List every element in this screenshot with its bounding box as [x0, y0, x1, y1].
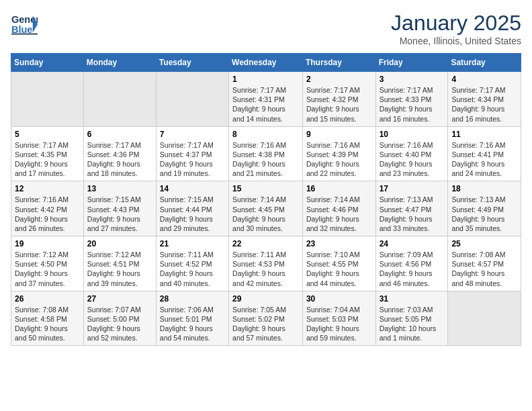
day-info: Sunrise: 7:16 AMSunset: 4:39 PMDaylight:… — [306, 140, 372, 179]
day-cell: 4Sunrise: 7:17 AMSunset: 4:34 PMDaylight… — [448, 72, 521, 127]
day-info: Sunrise: 7:05 AMSunset: 5:02 PMDaylight:… — [232, 305, 299, 343]
day-info: Sunrise: 7:08 AMSunset: 4:58 PMDaylight:… — [15, 305, 80, 343]
day-info: Sunrise: 7:17 AMSunset: 4:31 PMDaylight:… — [232, 85, 299, 124]
day-cell: 20Sunrise: 7:12 AMSunset: 4:51 PMDayligh… — [83, 236, 156, 291]
day-info: Sunrise: 7:11 AMSunset: 4:53 PMDaylight:… — [232, 250, 299, 288]
day-cell: 11Sunrise: 7:16 AMSunset: 4:41 PMDayligh… — [448, 126, 521, 181]
day-cell: 7Sunrise: 7:17 AMSunset: 4:37 PMDaylight… — [156, 126, 228, 181]
day-number: 17 — [380, 184, 445, 193]
day-info: Sunrise: 7:16 AMSunset: 4:41 PMDaylight:… — [451, 140, 517, 179]
day-info: Sunrise: 7:03 AMSunset: 5:05 PMDaylight:… — [380, 305, 445, 343]
day-info: Sunrise: 7:10 AMSunset: 4:55 PMDaylight:… — [306, 250, 372, 288]
day-info: Sunrise: 7:07 AMSunset: 5:00 PMDaylight:… — [87, 305, 152, 343]
day-number: 16 — [306, 184, 372, 193]
day-number: 28 — [160, 294, 225, 304]
day-number: 5 — [15, 130, 80, 139]
logo: General Blue — [11, 11, 39, 40]
day-cell: 29Sunrise: 7:05 AMSunset: 5:02 PMDayligh… — [229, 291, 303, 346]
day-number: 1 — [232, 75, 299, 84]
svg-text:Blue: Blue — [11, 24, 33, 35]
col-header-tuesday: Tuesday — [156, 54, 228, 72]
day-info: Sunrise: 7:17 AMSunset: 4:34 PMDaylight:… — [451, 85, 517, 124]
calendar-table: SundayMondayTuesdayWednesdayThursdayFrid… — [11, 53, 521, 346]
day-cell: 19Sunrise: 7:12 AMSunset: 4:50 PMDayligh… — [11, 236, 84, 291]
day-cell: 2Sunrise: 7:17 AMSunset: 4:32 PMDaylight… — [302, 72, 375, 127]
month-title: January 2025 — [391, 11, 521, 36]
day-info: Sunrise: 7:17 AMSunset: 4:36 PMDaylight:… — [87, 140, 152, 179]
day-cell: 8Sunrise: 7:16 AMSunset: 4:38 PMDaylight… — [229, 126, 303, 181]
day-cell: 3Sunrise: 7:17 AMSunset: 4:33 PMDaylight… — [375, 72, 448, 127]
day-cell: 17Sunrise: 7:13 AMSunset: 4:47 PMDayligh… — [375, 181, 448, 236]
day-number: 18 — [451, 184, 517, 193]
page-header: General Blue January 2025 Monee, Illinoi… — [11, 11, 521, 46]
day-number: 2 — [306, 75, 372, 84]
day-cell: 13Sunrise: 7:15 AMSunset: 4:43 PMDayligh… — [83, 181, 156, 236]
day-info: Sunrise: 7:15 AMSunset: 4:44 PMDaylight:… — [160, 195, 225, 233]
day-cell: 23Sunrise: 7:10 AMSunset: 4:55 PMDayligh… — [302, 236, 375, 291]
day-info: Sunrise: 7:16 AMSunset: 4:38 PMDaylight:… — [232, 140, 299, 179]
col-header-monday: Monday — [83, 54, 156, 72]
day-number: 20 — [87, 239, 152, 248]
day-info: Sunrise: 7:14 AMSunset: 4:46 PMDaylight:… — [306, 195, 372, 233]
location-subtitle: Monee, Illinois, United States — [391, 36, 521, 46]
day-number: 6 — [87, 130, 152, 139]
day-cell: 31Sunrise: 7:03 AMSunset: 5:05 PMDayligh… — [375, 291, 448, 346]
day-cell: 6Sunrise: 7:17 AMSunset: 4:36 PMDaylight… — [83, 126, 156, 181]
day-cell — [11, 72, 84, 127]
day-cell: 25Sunrise: 7:08 AMSunset: 4:57 PMDayligh… — [448, 236, 521, 291]
day-info: Sunrise: 7:17 AMSunset: 4:35 PMDaylight:… — [15, 140, 80, 179]
day-number: 25 — [451, 239, 517, 248]
day-cell: 22Sunrise: 7:11 AMSunset: 4:53 PMDayligh… — [229, 236, 303, 291]
day-cell: 14Sunrise: 7:15 AMSunset: 4:44 PMDayligh… — [156, 181, 228, 236]
day-cell: 18Sunrise: 7:13 AMSunset: 4:49 PMDayligh… — [448, 181, 521, 236]
day-info: Sunrise: 7:17 AMSunset: 4:37 PMDaylight:… — [160, 140, 225, 179]
day-number: 30 — [306, 294, 372, 304]
day-cell: 1Sunrise: 7:17 AMSunset: 4:31 PMDaylight… — [229, 72, 303, 127]
day-cell — [83, 72, 156, 127]
day-info: Sunrise: 7:12 AMSunset: 4:50 PMDaylight:… — [15, 250, 80, 288]
day-cell: 21Sunrise: 7:11 AMSunset: 4:52 PMDayligh… — [156, 236, 228, 291]
day-info: Sunrise: 7:13 AMSunset: 4:49 PMDaylight:… — [451, 195, 517, 233]
day-cell: 15Sunrise: 7:14 AMSunset: 4:45 PMDayligh… — [229, 181, 303, 236]
day-cell: 28Sunrise: 7:06 AMSunset: 5:01 PMDayligh… — [156, 291, 228, 346]
day-number: 22 — [232, 239, 299, 248]
day-number: 29 — [232, 294, 299, 304]
day-info: Sunrise: 7:15 AMSunset: 4:43 PMDaylight:… — [87, 195, 152, 233]
day-cell: 27Sunrise: 7:07 AMSunset: 5:00 PMDayligh… — [83, 291, 156, 346]
day-number: 21 — [160, 239, 225, 248]
day-number: 3 — [380, 75, 445, 84]
day-info: Sunrise: 7:11 AMSunset: 4:52 PMDaylight:… — [160, 250, 225, 288]
day-number: 9 — [306, 130, 372, 139]
day-number: 8 — [232, 130, 299, 139]
day-number: 7 — [160, 130, 225, 139]
title-block: January 2025 Monee, Illinois, United Sta… — [391, 11, 521, 46]
logo-icon: General Blue — [11, 11, 38, 40]
day-cell: 16Sunrise: 7:14 AMSunset: 4:46 PMDayligh… — [302, 181, 375, 236]
col-header-thursday: Thursday — [302, 54, 375, 72]
week-row-3: 12Sunrise: 7:16 AMSunset: 4:42 PMDayligh… — [11, 181, 521, 236]
day-info: Sunrise: 7:06 AMSunset: 5:01 PMDaylight:… — [160, 305, 225, 343]
day-number: 26 — [15, 294, 80, 304]
day-info: Sunrise: 7:12 AMSunset: 4:51 PMDaylight:… — [87, 250, 152, 288]
day-number: 31 — [380, 294, 445, 304]
day-info: Sunrise: 7:17 AMSunset: 4:33 PMDaylight:… — [380, 85, 445, 124]
day-info: Sunrise: 7:16 AMSunset: 4:42 PMDaylight:… — [15, 195, 80, 233]
day-number: 11 — [451, 130, 517, 139]
col-header-saturday: Saturday — [448, 54, 521, 72]
day-number: 15 — [232, 184, 299, 193]
week-row-1: 1Sunrise: 7:17 AMSunset: 4:31 PMDaylight… — [11, 72, 521, 127]
day-number: 19 — [15, 239, 80, 248]
day-cell: 30Sunrise: 7:04 AMSunset: 5:03 PMDayligh… — [302, 291, 375, 346]
day-cell: 26Sunrise: 7:08 AMSunset: 4:58 PMDayligh… — [11, 291, 84, 346]
day-info: Sunrise: 7:17 AMSunset: 4:32 PMDaylight:… — [306, 85, 372, 124]
header-row: SundayMondayTuesdayWednesdayThursdayFrid… — [11, 54, 521, 72]
day-info: Sunrise: 7:09 AMSunset: 4:56 PMDaylight:… — [380, 250, 445, 288]
day-info: Sunrise: 7:13 AMSunset: 4:47 PMDaylight:… — [380, 195, 445, 233]
day-number: 23 — [306, 239, 372, 248]
day-number: 24 — [380, 239, 445, 248]
day-number: 14 — [160, 184, 225, 193]
day-info: Sunrise: 7:16 AMSunset: 4:40 PMDaylight:… — [380, 140, 445, 179]
week-row-2: 5Sunrise: 7:17 AMSunset: 4:35 PMDaylight… — [11, 126, 521, 181]
day-cell: 10Sunrise: 7:16 AMSunset: 4:40 PMDayligh… — [375, 126, 448, 181]
day-cell — [448, 291, 521, 346]
